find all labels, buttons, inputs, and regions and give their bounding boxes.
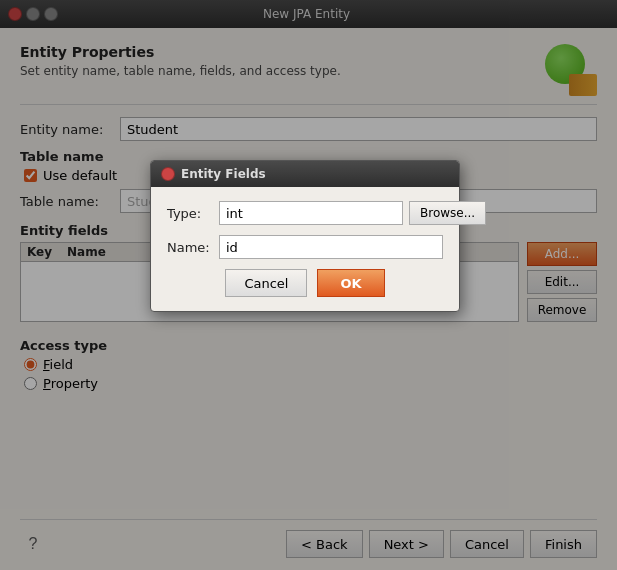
dialog-body: Type: Browse... Name: Cancel OK — [151, 187, 459, 311]
dialog-buttons: Cancel OK — [167, 269, 443, 297]
dialog-name-label: Name: — [167, 240, 219, 255]
dialog-close-button[interactable] — [161, 167, 175, 181]
overlay-backdrop: Entity Fields Type: Browse... Name: Canc… — [0, 0, 617, 570]
dialog-title: Entity Fields — [181, 167, 266, 181]
dialog-ok-button[interactable]: OK — [317, 269, 384, 297]
dialog-type-label: Type: — [167, 206, 219, 221]
dialog-cancel-button[interactable]: Cancel — [225, 269, 307, 297]
browse-button[interactable]: Browse... — [409, 201, 486, 225]
dialog-name-input[interactable] — [219, 235, 443, 259]
dialog-title-bar: Entity Fields — [151, 161, 459, 187]
dialog-type-input[interactable] — [219, 201, 403, 225]
entity-fields-dialog: Entity Fields Type: Browse... Name: Canc… — [150, 160, 460, 312]
dialog-name-row: Name: — [167, 235, 443, 259]
dialog-type-row: Type: Browse... — [167, 201, 443, 225]
